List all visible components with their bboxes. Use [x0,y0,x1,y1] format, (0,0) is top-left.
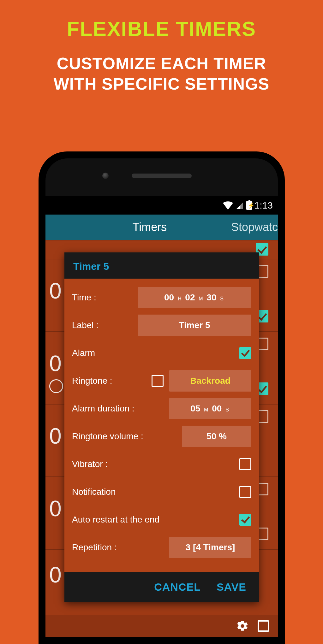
volume-label: Ringtone volume : [72,431,182,441]
duration-minutes-unit: M [204,407,208,412]
label-row: Label : Timer 5 [72,313,251,338]
phone-camera [102,173,109,179]
signal-icon [236,201,244,210]
autorestart-checkbox[interactable] [239,514,251,526]
time-value-button[interactable]: 00 H 02 M 30 S [138,287,251,308]
time-seconds-unit: S [220,296,224,301]
promo-title: FLEXIBLE TIMERS [0,17,323,41]
alarm-checkbox[interactable] [239,347,251,359]
time-minutes: 02 [185,292,195,302]
timer-settings-dialog: Timer 5 Time : 00 H 02 M 30 S [64,252,259,602]
timer-time-fragment: 0 [49,423,62,449]
time-minutes-unit: M [199,296,203,301]
status-time: 1:13 [254,200,273,211]
duration-label: Alarm duration : [72,404,169,414]
label-label: Label : [72,320,138,330]
phone-screen: ⚡ 1:13 Timers Stopwatc 0 0 [45,196,278,637]
vibrator-label: Vibrator : [72,459,239,469]
notification-label: Notification [72,487,239,497]
repetition-label: Repetition : [72,542,169,552]
save-button[interactable]: SAVE [217,581,246,593]
duration-seconds-unit: S [225,407,229,412]
ringtone-value-button[interactable]: Backroad [169,370,251,392]
vibrator-row: Vibrator : [72,452,251,477]
ringtone-row: Ringtone : Backroad [72,368,251,393]
battery-charging-icon: ⚡ [246,201,252,210]
autorestart-label: Auto restart at the end [72,515,239,525]
cancel-button[interactable]: CANCEL [154,581,201,593]
timer-time-fragment: 0 [49,278,62,304]
ringtone-checkbox[interactable] [152,375,164,387]
notification-row: Notification [72,479,251,505]
gear-icon[interactable] [236,620,249,632]
alarm-icon [49,379,63,393]
tab-stopwatch[interactable]: Stopwatc [231,221,278,234]
repetition-value-button[interactable]: 3 [4 Timers] [169,537,251,558]
app-tabs: Timers Stopwatc [45,215,278,240]
timer-time-fragment: 0 [49,351,62,376]
phone-frame: ⚡ 1:13 Timers Stopwatc 0 0 [39,151,285,644]
duration-seconds: 00 [212,404,222,413]
dialog-title: Timer 5 [64,252,259,279]
wifi-icon [223,201,233,210]
dialog-actions: CANCEL SAVE [64,572,259,602]
dialog-body: Time : 00 H 02 M 30 S Label : Timer 5 [64,279,259,572]
tab-timers[interactable]: Timers [109,221,191,234]
timer-time-fragment: 0 [49,496,62,521]
label-value-button[interactable]: Timer 5 [138,315,251,336]
duration-value-button[interactable]: 05 M 00 S [169,398,251,419]
timer-time-fragment: 0 [49,562,62,588]
status-bar: ⚡ 1:13 [45,196,278,215]
phone-speaker [132,174,192,178]
promo-subtitle-line1: CUSTOMIZE EACH TIMER [57,54,266,73]
time-seconds: 30 [206,292,216,302]
autorestart-row: Auto restart at the end [72,507,251,532]
volume-value-button[interactable]: 50 % [182,426,251,447]
vibrator-checkbox[interactable] [239,458,251,470]
notification-checkbox[interactable] [239,486,251,498]
promo-subtitle: CUSTOMIZE EACH TIMER WITH SPECIFIC SETTI… [0,53,323,94]
time-label: Time : [72,292,138,303]
alarm-row: Alarm [72,340,251,366]
phone-inner: ⚡ 1:13 Timers Stopwatc 0 0 [45,158,278,637]
repetition-row: Repetition : 3 [4 Timers] [72,535,251,560]
time-row: Time : 00 H 02 M 30 S [72,285,251,310]
time-hours-unit: H [178,296,182,301]
promo-subtitle-line2: WITH SPECIFIC SETTINGS [54,75,270,93]
volume-row: Ringtone volume : 50 % [72,424,251,449]
select-all-checkbox[interactable] [258,620,269,632]
bottom-bar [45,615,278,637]
ringtone-label: Ringtone : [72,376,143,386]
alarm-label: Alarm [72,348,239,358]
duration-minutes: 05 [190,404,200,413]
time-hours: 00 [164,292,174,302]
duration-row: Alarm duration : 05 M 00 S [72,396,251,421]
